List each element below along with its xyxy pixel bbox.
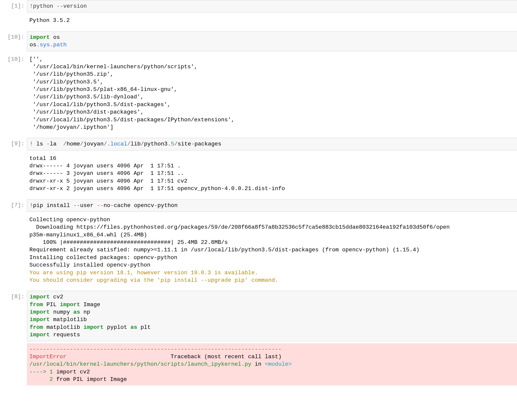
cell-3-output: total 16 drwx------ 4 jovyan users 4096 … — [0, 152, 517, 195]
traceback-output: ----------------------------------------… — [27, 343, 517, 386]
code-text: cache opencv — [114, 202, 154, 209]
traceback-line-no: 2 — [50, 376, 53, 383]
traceback-label: Traceback (most recent call last) — [66, 353, 282, 360]
code-text: cv2 — [50, 294, 63, 300]
cell-1-output: Python 3.5.2 — [0, 14, 517, 26]
code-text: requests — [50, 332, 80, 338]
output-text: total 16 drwx------ 4 jovyan users 4096 … — [27, 152, 517, 195]
prompt-label: [9]: — [0, 138, 27, 150]
prompt-label: [10]: — [0, 53, 27, 134]
bang: ! — [30, 3, 33, 9]
code-text: numpy — [50, 309, 73, 315]
prompt-label: [1]: — [0, 0, 27, 12]
traceback-arrow: ----> — [29, 369, 50, 375]
traceback-module: <module> — [265, 361, 292, 367]
slash: / — [63, 141, 67, 147]
slash: / — [80, 141, 84, 147]
dash: - — [110, 202, 114, 209]
code-text: os — [30, 42, 36, 48]
keyword: as — [73, 309, 80, 315]
path-seg: packages — [194, 141, 221, 147]
slash: / — [174, 141, 178, 147]
code-input[interactable]: import os os.sys.path — [27, 31, 517, 51]
keyword: from — [30, 324, 43, 331]
keyword: import — [60, 301, 80, 308]
keyword: import — [30, 332, 50, 338]
num: 5 — [171, 141, 174, 147]
keyword: as — [130, 324, 137, 331]
slash: / — [141, 141, 144, 147]
slash: / — [127, 141, 131, 147]
cell-5-input: [8]: import cv2 from PIL import Image im… — [0, 291, 517, 341]
traceback-file: /usr/local/bin/kernel-launchers/python/s… — [29, 361, 251, 367]
dash: - — [154, 202, 158, 209]
code-input[interactable]: !pip install --user --no-cache opencv-py… — [27, 199, 517, 212]
code-text: matplotlib — [50, 316, 87, 323]
pip-output-normal: Collecting opencv-python Downloading htt… — [29, 216, 450, 268]
code-text: python — [33, 3, 57, 9]
path-seg: local — [110, 141, 127, 147]
code-text: os — [50, 34, 60, 41]
output-text: Python 3.5.2 — [27, 14, 517, 26]
dash: -- — [73, 202, 80, 209]
dash: - — [47, 141, 50, 147]
keyword: import — [30, 34, 50, 41]
bang: ! — [30, 202, 33, 209]
code-text: user — [80, 202, 97, 209]
prompt-label — [0, 152, 27, 195]
keyword: import — [30, 309, 50, 315]
code-input[interactable]: ! ls -la /home/jovyan/.local/lib/python3… — [27, 138, 517, 150]
traceback-divider: ----------------------------------------… — [29, 346, 282, 352]
error-name: ImportError — [29, 353, 66, 360]
pip-output-warning: You are using pip version 18.1, however … — [29, 270, 278, 283]
code-text: la — [50, 141, 63, 147]
code-input[interactable]: import cv2 from PIL import Image import … — [27, 291, 517, 341]
code-text: pip install — [33, 202, 73, 209]
code-text: np — [80, 309, 90, 315]
path-seg: python3 — [144, 141, 168, 147]
dash: -- — [57, 3, 63, 9]
code-text: python — [157, 202, 178, 209]
code-text: Image — [80, 301, 100, 308]
cell-4-output: Collecting opencv-python Downloading htt… — [0, 214, 517, 286]
dot: . — [36, 42, 40, 48]
traceback-code: import cv2 — [53, 369, 90, 375]
cell-2-output: [10]: ['', '/usr/local/bin/kernel-launch… — [0, 53, 517, 134]
attr: path — [53, 42, 67, 48]
path-seg: site — [178, 141, 191, 147]
code-text: pyplot — [104, 324, 130, 331]
dot: . — [50, 42, 53, 48]
code-text: ls — [33, 141, 47, 147]
code-text: PIL — [43, 301, 60, 308]
code-input[interactable]: !python --version — [27, 0, 517, 12]
dash: -- — [97, 202, 104, 209]
prompt-label — [0, 343, 27, 386]
cell-3-input: [9]: ! ls -la /home/jovyan/.local/lib/py… — [0, 138, 517, 150]
cell-2-input: [10]: import os os.sys.path — [0, 31, 517, 51]
bang: ! — [30, 141, 33, 147]
path-seg: jovyan — [83, 141, 104, 147]
keyword: import — [30, 294, 50, 300]
traceback-in: in — [251, 361, 265, 367]
cell-5-output: ----------------------------------------… — [0, 343, 517, 386]
keyword: from — [30, 301, 43, 308]
traceback-code: from PIL import Image — [53, 376, 127, 383]
prompt-label — [0, 14, 27, 26]
prompt-label — [0, 214, 27, 286]
dot: . — [168, 141, 171, 147]
cell-4-input: [7]: !pip install --user --no-cache open… — [0, 199, 517, 212]
keyword: import — [83, 324, 104, 331]
prompt-label: [8]: — [0, 291, 27, 341]
code-text: version — [63, 3, 87, 9]
prompt-label: [7]: — [0, 199, 27, 212]
traceback-line-no: 1 — [50, 369, 53, 375]
dot: . — [107, 141, 111, 147]
code-text: plt — [137, 324, 151, 331]
slash: / — [104, 141, 107, 147]
prompt-label: [10]: — [0, 31, 27, 51]
path-seg: lib — [130, 141, 141, 147]
cell-1-input: [1]: !python --version — [0, 0, 517, 12]
path-seg: home — [67, 141, 80, 147]
keyword: import — [30, 316, 50, 323]
attr: sys — [40, 42, 50, 48]
